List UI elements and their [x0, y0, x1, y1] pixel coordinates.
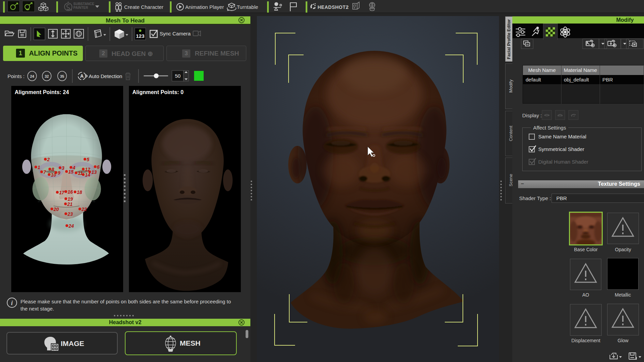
svg-text:7: 7 — [43, 169, 46, 175]
svg-text:23: 23 — [67, 211, 73, 217]
svg-text:6: 6 — [97, 164, 100, 170]
svg-text:123: 123 — [136, 33, 144, 39]
svg-text:21: 21 — [67, 201, 73, 207]
svg-text:17: 17 — [59, 190, 65, 195]
svg-text:19: 19 — [68, 196, 73, 202]
svg-text:32: 32 — [45, 74, 49, 78]
svg-text:13: 13 — [91, 169, 97, 175]
svg-text:35: 35 — [60, 74, 64, 78]
svg-text:22: 22 — [81, 207, 87, 212]
svg-text:1: 1 — [38, 165, 40, 170]
svg-text:24: 24 — [30, 74, 34, 78]
svg-text:15: 15 — [68, 169, 74, 175]
svg-text:11: 11 — [78, 170, 83, 176]
svg-text:16: 16 — [68, 189, 73, 195]
svg-text:5: 5 — [87, 157, 89, 162]
svg-text:8: 8 — [52, 167, 54, 172]
svg-text:A: A — [80, 73, 84, 79]
svg-text:3: 3 — [62, 165, 64, 171]
svg-text:24: 24 — [68, 223, 74, 229]
svg-text:10: 10 — [51, 172, 56, 178]
svg-text:14: 14 — [85, 172, 90, 178]
svg-text:2: 2 — [47, 157, 50, 162]
svg-text:9: 9 — [58, 170, 60, 176]
svg-text:12: 12 — [85, 167, 90, 172]
svg-text:20: 20 — [53, 207, 59, 212]
svg-text:50: 50 — [175, 73, 181, 79]
svg-text:18: 18 — [77, 190, 82, 195]
